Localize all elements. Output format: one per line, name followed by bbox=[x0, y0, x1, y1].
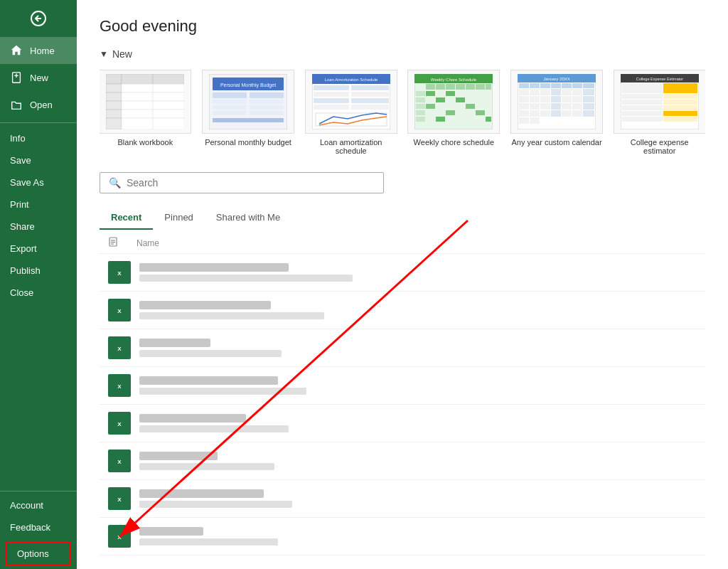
file-row[interactable]: X bbox=[100, 405, 705, 442]
tabs-row: Recent Pinned Shared with Me bbox=[100, 206, 705, 230]
svg-rect-116 bbox=[663, 83, 697, 93]
svg-rect-77 bbox=[530, 83, 540, 88]
file-row[interactable]: X bbox=[100, 442, 705, 480]
file-info bbox=[139, 301, 324, 319]
template-chore[interactable]: Weekly Chore Schedule bbox=[408, 70, 500, 155]
svg-rect-67 bbox=[416, 110, 425, 115]
svg-rect-54 bbox=[456, 84, 465, 90]
file-row[interactable]: X bbox=[100, 254, 705, 292]
svg-rect-119 bbox=[663, 94, 697, 99]
svg-rect-41 bbox=[314, 98, 349, 103]
sidebar-item-save-as[interactable]: Save As bbox=[0, 171, 77, 193]
sidebar-item-options[interactable]: Options bbox=[6, 541, 71, 566]
file-row[interactable]: X bbox=[100, 480, 705, 518]
svg-rect-21 bbox=[106, 118, 122, 129]
template-blank[interactable]: Blank workbook bbox=[100, 70, 191, 155]
sidebar-item-open[interactable]: Open bbox=[0, 91, 77, 118]
svg-rect-91 bbox=[530, 96, 540, 102]
sidebar: Home New Open Info Save Save As Print Sh… bbox=[0, 0, 77, 569]
svg-rect-71 bbox=[436, 117, 445, 122]
svg-rect-60 bbox=[446, 91, 455, 96]
search-input[interactable] bbox=[127, 177, 375, 188]
svg-rect-9 bbox=[106, 84, 122, 92]
svg-rect-43 bbox=[351, 85, 389, 90]
svg-rect-62 bbox=[436, 97, 445, 102]
file-name-bar bbox=[139, 376, 278, 385]
svg-text:Loan Amortization Schedule: Loan Amortization Schedule bbox=[324, 78, 378, 82]
file-info bbox=[139, 489, 292, 508]
template-loan[interactable]: Loan Amortization Schedule Loan amortiza… bbox=[305, 70, 397, 155]
open-icon bbox=[10, 98, 23, 111]
loan-preview: Loan Amortization Schedule bbox=[312, 74, 390, 129]
calendar-preview: January 20XX bbox=[518, 74, 596, 129]
svg-rect-72 bbox=[486, 117, 491, 122]
search-bar[interactable]: 🔍 bbox=[100, 172, 384, 193]
svg-rect-121 bbox=[663, 100, 697, 105]
sidebar-item-feedback[interactable]: Feedback bbox=[0, 516, 77, 538]
sidebar-item-account[interactable]: Account bbox=[0, 494, 77, 516]
svg-text:X: X bbox=[117, 421, 122, 427]
svg-rect-59 bbox=[426, 91, 435, 96]
svg-rect-30 bbox=[250, 100, 284, 104]
sidebar-item-close[interactable]: Close bbox=[0, 282, 77, 304]
svg-rect-13 bbox=[122, 92, 153, 101]
svg-rect-66 bbox=[466, 104, 475, 109]
excel-icon: X bbox=[113, 454, 126, 467]
sidebar-item-home[interactable]: Home bbox=[0, 37, 77, 64]
file-thumb: X bbox=[108, 450, 131, 472]
file-row[interactable]: X bbox=[100, 518, 705, 555]
sidebar-item-save[interactable]: Save bbox=[0, 149, 77, 171]
svg-rect-76 bbox=[519, 83, 529, 88]
sidebar-item-share[interactable]: Share bbox=[0, 216, 77, 238]
tab-recent[interactable]: Recent bbox=[100, 206, 153, 230]
tab-pinned[interactable]: Pinned bbox=[153, 206, 204, 230]
file-row[interactable]: X bbox=[100, 367, 705, 405]
svg-rect-23 bbox=[153, 118, 184, 129]
svg-text:Personal Monthly Budget: Personal Monthly Budget bbox=[220, 83, 276, 88]
svg-rect-125 bbox=[663, 111, 697, 116]
file-path-bar bbox=[139, 312, 324, 319]
back-button[interactable] bbox=[0, 0, 77, 37]
svg-rect-106 bbox=[540, 110, 550, 117]
file-row[interactable]: X bbox=[100, 329, 705, 367]
college-preview: College Expense Estimator bbox=[621, 74, 699, 129]
svg-rect-12 bbox=[106, 92, 122, 101]
sidebar-item-print[interactable]: Print bbox=[0, 193, 77, 216]
svg-text:X: X bbox=[117, 496, 122, 503]
template-label-college: College expense estimator bbox=[614, 138, 705, 155]
svg-rect-78 bbox=[540, 83, 550, 88]
sidebar-item-publish[interactable]: Publish bbox=[0, 260, 77, 282]
svg-rect-126 bbox=[622, 117, 663, 122]
file-list: X X X bbox=[100, 254, 705, 555]
svg-rect-11 bbox=[153, 84, 184, 92]
svg-text:X: X bbox=[117, 346, 122, 352]
svg-rect-70 bbox=[416, 117, 425, 122]
svg-rect-18 bbox=[106, 110, 122, 118]
file-path-bar bbox=[139, 275, 353, 282]
svg-rect-45 bbox=[351, 98, 389, 103]
svg-rect-109 bbox=[572, 110, 582, 117]
sidebar-item-info[interactable]: Info bbox=[0, 127, 77, 149]
template-label-chore: Weekly chore schedule bbox=[414, 138, 495, 147]
new-section-header[interactable]: ▼ New bbox=[100, 48, 705, 60]
svg-rect-112 bbox=[530, 117, 540, 124]
file-list-header: Name bbox=[100, 233, 705, 254]
template-college[interactable]: College Expense Estimator bbox=[614, 70, 705, 155]
svg-rect-46 bbox=[351, 105, 389, 110]
file-row[interactable]: X bbox=[100, 292, 705, 329]
new-section-label: New bbox=[112, 48, 132, 60]
svg-rect-79 bbox=[551, 83, 561, 88]
template-calendar[interactable]: January 20XX bbox=[511, 70, 603, 155]
template-thumb-blank bbox=[100, 70, 191, 134]
svg-rect-88 bbox=[572, 89, 582, 95]
svg-rect-34 bbox=[250, 111, 284, 115]
file-name-bar bbox=[139, 263, 289, 272]
chevron-icon: ▼ bbox=[100, 49, 108, 59]
sidebar-item-export[interactable]: Export bbox=[0, 238, 77, 260]
template-personal-budget[interactable]: Personal Monthly Budget Personal monthly… bbox=[203, 70, 294, 155]
svg-rect-80 bbox=[562, 83, 572, 88]
svg-rect-124 bbox=[622, 111, 663, 116]
tab-shared[interactable]: Shared with Me bbox=[205, 206, 291, 230]
template-label-calendar: Any year custom calendar bbox=[511, 138, 601, 147]
sidebar-item-new[interactable]: New bbox=[0, 64, 77, 91]
